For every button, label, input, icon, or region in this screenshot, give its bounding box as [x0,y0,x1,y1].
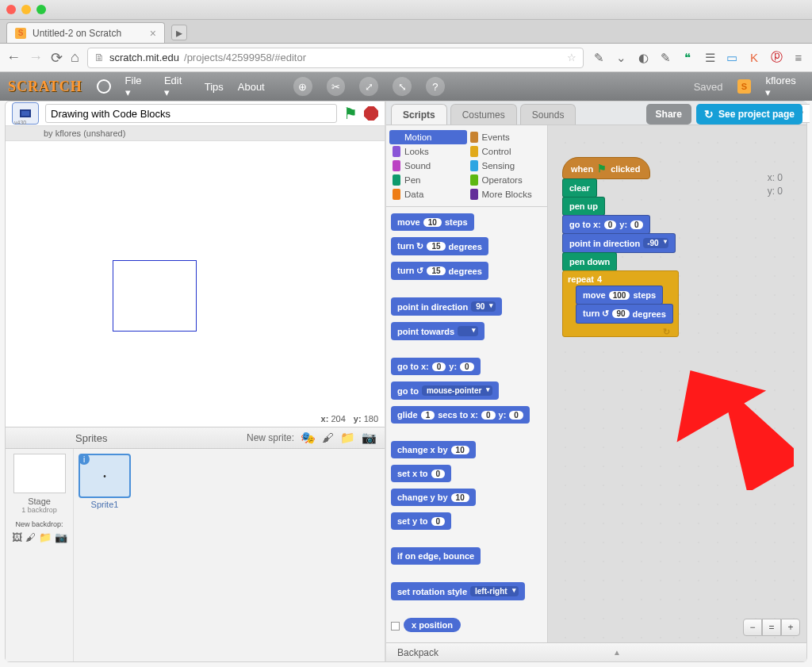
edit-menu[interactable]: Edit ▾ [164,75,190,98]
tool-help-icon[interactable]: ? [426,77,445,96]
stage[interactable]: x: 204 y: 180 [6,141,385,427]
script-stack[interactable]: when⚑clicked clear pen up go to x:0y:0 p… [562,157,679,337]
ext-buffer-icon[interactable]: ☰ [703,51,717,65]
stop-sign-icon[interactable] [364,106,378,121]
block-pen-down[interactable]: pen down [562,252,617,271]
sprite-thumbnail[interactable]: i • [79,454,131,498]
block-pen-up[interactable]: pen up [562,197,605,216]
user-avatar-icon[interactable]: S [737,79,752,94]
tab-scripts[interactable]: Scripts [391,104,447,125]
tool-duplicate-icon[interactable]: ⊕ [293,77,312,96]
block-glide[interactable]: glide1secs to x:0y:0 [391,406,530,424]
category-pen[interactable]: Pen [389,173,467,187]
stage-version: v430 [14,120,26,125]
stage-thumbnail[interactable] [13,454,66,493]
paint-sprite-icon[interactable]: 🖌 [322,431,334,445]
block-change-x[interactable]: change x by10 [391,441,476,458]
ext-screen-icon[interactable]: ▭ [725,51,739,65]
backdrop-camera-icon[interactable]: 📷 [55,531,67,543]
sprite-info-icon[interactable]: i [79,454,90,465]
block-clear[interactable]: clear [562,178,597,197]
block-turn-ccw[interactable]: turn ↺90degrees [576,304,673,324]
block-goto-xy[interactable]: go to x:0y:0 [562,215,650,234]
ext-key-icon[interactable]: ✎ [658,51,672,65]
window-minimize-icon[interactable] [21,5,31,14]
category-sound[interactable]: Sound [389,159,467,173]
file-menu[interactable]: File ▾ [125,75,150,98]
block-goto[interactable]: go tomouse-pointer [391,381,499,400]
backpack-panel[interactable]: Backpack ▲ [386,642,806,661]
green-flag-icon[interactable]: ⚑ [343,104,358,123]
xpos-checkbox[interactable] [391,622,400,631]
block-point-towards[interactable]: point towards [391,322,485,340]
new-tab-button[interactable]: ▸ [171,25,187,40]
block-rotation-style[interactable]: set rotation styleleft-right [391,582,525,600]
project-title-input[interactable] [45,104,337,123]
block-edge-bounce[interactable]: if on edge, bounce [391,547,481,565]
ext-k-icon[interactable]: K [747,51,761,64]
block-x-position[interactable]: x position [404,618,461,632]
user-menu[interactable]: kflores ▾ [765,75,804,98]
block-turn-ccw[interactable]: turn ↺15degrees [391,262,488,280]
zoom-reset-button[interactable]: = [762,619,781,636]
tips-menu[interactable]: Tips [205,81,224,93]
ext-hangouts-icon[interactable]: ❝ [680,51,695,65]
category-more[interactable]: More Blocks [467,187,545,201]
backdrop-library-icon[interactable]: 🖼 [12,531,22,543]
address-bar[interactable]: 🗎 scratch.mit.edu/projects/42599958/#edi… [87,48,584,68]
see-project-page-button[interactable]: ↻See project page [696,104,802,125]
block-move-steps[interactable]: move10steps [391,213,474,231]
forward-button[interactable]: → [29,49,43,66]
category-control[interactable]: Control [467,144,545,159]
block-when-flag-clicked[interactable]: when⚑clicked [562,157,650,179]
block-point-direction[interactable]: point in direction90 [391,297,502,316]
backdrop-upload-icon[interactable]: 📁 [39,531,52,543]
backdrop-paint-icon[interactable]: 🖌 [25,531,36,543]
sprite-item[interactable]: i • Sprite1 [79,454,131,509]
tool-shrink-icon[interactable]: ⤡ [393,77,412,96]
ext-icon[interactable]: ✎ [592,51,606,65]
browser-tab[interactable]: S Untitled-2 on Scratch × [6,22,165,43]
tool-grow-icon[interactable]: ⤢ [359,77,378,96]
category-looks[interactable]: Looks [389,144,467,159]
home-button[interactable]: ⌂ [71,49,79,66]
blocks-list[interactable]: move10steps turn ↻15degrees turn ↺15degr… [386,207,547,642]
script-area[interactable]: x: 0 y: 0 when⚑clicked clear pen up go t… [548,125,806,642]
category-motion[interactable]: Motion [389,130,467,144]
zoom-in-button[interactable]: + [781,619,800,636]
block-set-x[interactable]: set x to0 [391,465,451,482]
language-globe-icon[interactable] [97,79,111,94]
tool-delete-icon[interactable]: ✂ [327,77,346,96]
zoom-out-button[interactable]: − [743,619,762,636]
camera-sprite-icon[interactable]: 📷 [362,431,377,445]
category-events[interactable]: Events [467,130,545,144]
block-change-y[interactable]: change y by10 [391,489,476,506]
window-close-icon[interactable] [6,5,16,14]
block-repeat[interactable]: repeat4 move100steps turn ↺90degrees ↻ [562,270,679,337]
category-data[interactable]: Data [389,187,467,201]
block-point-direction[interactable]: point in direction-90 [562,233,676,253]
ext-mask-icon[interactable]: ◐ [636,51,650,65]
close-tab-icon[interactable]: × [150,27,156,40]
stage-select-icon[interactable]: v430 [12,102,39,125]
choose-sprite-library-icon[interactable]: 🎭 [301,431,316,445]
window-zoom-icon[interactable] [36,5,46,14]
category-sensing[interactable]: Sensing [467,159,545,173]
scratch-logo[interactable]: SCRATCH [8,79,82,95]
tab-sounds[interactable]: Sounds [520,104,576,125]
block-goto-xy[interactable]: go to x:0y:0 [391,358,481,375]
block-set-y[interactable]: set y to0 [391,512,451,530]
ext-pocket-icon[interactable]: ⌄ [614,51,628,65]
share-button[interactable]: Share [646,104,691,125]
chrome-menu-icon[interactable]: ≡ [791,51,806,64]
block-turn-cw[interactable]: turn ↻15degrees [391,237,488,255]
upload-sprite-icon[interactable]: 📁 [340,431,355,445]
about-menu[interactable]: About [238,81,265,93]
ext-pinterest-icon[interactable]: ⓟ [769,50,783,65]
tab-costumes[interactable]: Costumes [450,104,517,125]
category-operators[interactable]: Operators [467,173,545,187]
reload-button[interactable]: ⟳ [51,49,63,67]
bookmark-star-icon[interactable]: ☆ [567,52,576,63]
back-button[interactable]: ← [6,49,21,66]
block-move-steps[interactable]: move100steps [576,286,663,305]
